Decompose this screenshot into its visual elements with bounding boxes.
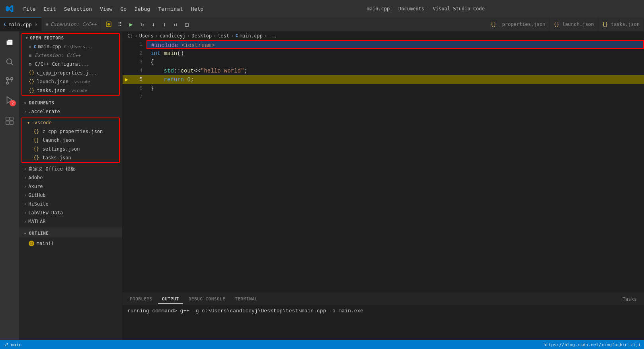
menu-help[interactable]: Help	[187, 0, 207, 18]
vscode-file-launch[interactable]: {} launch.json	[22, 136, 119, 145]
folder-office-label: 自定义 Office 模板	[28, 166, 75, 173]
open-editors-chevron: ▾	[25, 35, 28, 41]
open-editor-launch[interactable]: {} launch.json .vscode	[22, 77, 119, 86]
panel-tab-terminal[interactable]: TERMINAL	[231, 295, 262, 303]
statusbar-url: https://blog.csdn.net/xingfushiniziji	[543, 342, 641, 347]
right-tab-files: {} _properties.json {} launch.json {} ta…	[487, 18, 644, 31]
json-file-icon-4: {}	[33, 155, 39, 161]
breadcrumb-users: Users	[139, 33, 154, 39]
open-editor-tasks[interactable]: {} tasks.json .vscode	[22, 86, 119, 95]
open-editor-extension[interactable]: ≡ Extension: C/C++	[22, 51, 119, 60]
tab-launch-json[interactable]: {} launch.json	[550, 18, 598, 31]
debug-restart-icon[interactable]: ↻	[137, 20, 147, 29]
panel-tab-output[interactable]: OUTPUT	[158, 295, 183, 304]
menu-terminal[interactable]: Terminal	[154, 0, 187, 18]
activity-explorer[interactable]	[0, 33, 19, 52]
folder-office[interactable]: › 自定义 Office 模板	[19, 165, 122, 173]
activity-debug[interactable]: 2	[0, 90, 19, 110]
debug-step-up-icon[interactable]: ↑	[160, 20, 169, 29]
activity-search[interactable]	[0, 52, 19, 71]
menu-file[interactable]: File	[19, 0, 39, 18]
code-editor[interactable]: 1 #include <iostream> 2 int main() 3 { 4…	[123, 40, 644, 292]
svg-point-1	[107, 23, 110, 25]
vscode-file-properties[interactable]: {} c_cpp_properties.json	[22, 127, 119, 136]
menu-edit[interactable]: Edit	[39, 0, 60, 18]
folder-hisuite-label: HiSuite	[28, 201, 49, 207]
code-line-1: 1 #include <iostream>	[123, 40, 644, 49]
folder-axure[interactable]: › Axure	[19, 182, 122, 191]
gutter-5: ▶	[123, 75, 131, 84]
open-editor-main-cpp[interactable]: ✕ C main.cpp C:\Users...	[22, 42, 119, 51]
outline-main-func[interactable]: ⬡ main()	[19, 239, 122, 248]
sidebar-scroll[interactable]: ▾ OPEN EDITORS ✕ C main.cpp C:\Users... …	[19, 31, 122, 340]
code-line-2: 2 int main()	[123, 49, 644, 58]
documents-header[interactable]: ▾ DOCUMENTS	[19, 97, 122, 107]
folder-chevron-5: ›	[24, 192, 27, 198]
ext-icon: ≡	[29, 53, 31, 58]
open-editor-config[interactable]: ⚙ C/C++ Configurat...	[22, 60, 119, 69]
line-content-1: #include <iostream>	[146, 40, 644, 49]
panel-tab-problems[interactable]: PROBLEMS	[126, 295, 156, 303]
gutter-7	[123, 93, 131, 102]
line-content-5: return 0;	[146, 75, 644, 84]
folder-matlab[interactable]: › MATLAB	[19, 217, 122, 226]
tab-tasks-json[interactable]: {} tasks.json	[598, 18, 644, 31]
vscode-file-settings[interactable]: {} settings.json	[22, 145, 119, 153]
close-icon[interactable]: ✕	[29, 44, 31, 49]
extension-icon: ≡	[46, 22, 49, 27]
activity-extensions[interactable]	[0, 111, 19, 130]
vscode-folder-header[interactable]: ▾ .vscode	[22, 118, 119, 127]
svg-rect-3	[8, 43, 11, 43]
status-bar: ⎇ main https://blog.csdn.net/xingfushini…	[0, 340, 644, 349]
folder-hisuite[interactable]: › HiSuite	[19, 200, 122, 208]
activity-source-control[interactable]	[0, 71, 19, 90]
vscode-tag-2: .vscode	[69, 88, 87, 93]
svg-rect-2	[8, 41, 12, 42]
tab-properties-json[interactable]: {} _properties.json	[487, 18, 550, 31]
folder-labview[interactable]: › LabVIEW Data	[19, 208, 122, 217]
folder-adobe-label: Adobe	[28, 175, 43, 180]
function-icon: ⬡	[29, 241, 34, 246]
debug-dots-icon[interactable]: ⠿	[115, 20, 125, 29]
code-line-4: 4 std::cout<<"hello world";	[123, 67, 644, 75]
line-num-4: 4	[131, 67, 146, 75]
panel-tab-debug[interactable]: DEBUG CONSOLE	[185, 295, 230, 303]
open-editors-label: OPEN EDITORS	[30, 35, 64, 41]
folder-accelerate[interactable]: › .accelerate	[19, 107, 122, 116]
debug-run-icon[interactable]: ▶	[126, 20, 136, 29]
open-editors-header[interactable]: ▾ OPEN EDITORS	[22, 34, 119, 42]
menu-go[interactable]: Go	[116, 0, 131, 18]
svg-rect-11	[6, 117, 9, 120]
window-title: main.cpp - Documents - Visual Studio Cod…	[207, 6, 644, 12]
debug-undo-icon[interactable]: ↺	[171, 20, 180, 29]
vscode-tag: .vscode	[72, 79, 90, 84]
menu-view[interactable]: View	[96, 0, 116, 18]
menu-selection[interactable]: Selection	[60, 0, 96, 18]
vscode-file-tasks[interactable]: {} tasks.json	[22, 153, 119, 162]
tab-close-button[interactable]: ✕	[35, 22, 37, 27]
line-content-2: int main()	[146, 49, 644, 58]
debug-step-over-icon[interactable]: ↓	[148, 20, 158, 29]
tab-main-cpp[interactable]: C main.cpp ✕	[0, 18, 42, 31]
folder-chevron: ›	[24, 109, 27, 114]
debug-config-icon[interactable]	[104, 20, 113, 29]
vscode-chevron: ▾	[27, 120, 30, 125]
main-layout: 2 ▾ OPEN EDITORS ✕ C main.cpp C:\Users..…	[0, 31, 644, 340]
outline-header[interactable]: ▾ OUTLINE	[19, 227, 122, 237]
json-file-icon-2: {}	[33, 137, 39, 143]
menu-debug[interactable]: Debug	[131, 0, 154, 18]
debug-stop-icon[interactable]: □	[182, 20, 191, 29]
open-editor-tasks-label: tasks.json	[37, 88, 65, 93]
folder-github[interactable]: › GitHub	[19, 191, 122, 200]
cpp-file-icon: C	[4, 22, 7, 27]
tab-extension[interactable]: ≡ Extension: C/C++	[42, 18, 101, 31]
gutter-6	[123, 84, 131, 93]
folder-adobe[interactable]: › Adobe	[19, 173, 122, 182]
code-line-5: ▶ 5 return 0;	[123, 75, 644, 84]
statusbar-right: https://blog.csdn.net/xingfushiniziji	[543, 342, 641, 347]
activity-bar: 2	[0, 31, 19, 340]
editor-area: C: › Users › candiceyj › Desktop › test …	[123, 31, 644, 340]
outline-chevron: ▾	[24, 231, 27, 235]
open-editor-properties[interactable]: {} c_cpp_properties.j...	[22, 69, 119, 77]
vscode-folder-section: ▾ .vscode {} c_cpp_properties.json {} la…	[21, 118, 120, 163]
